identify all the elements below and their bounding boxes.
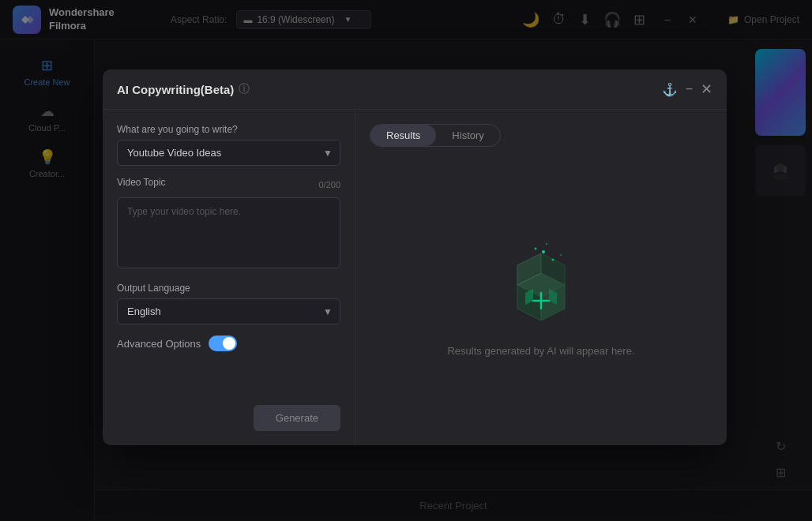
output-language-field: Output Language English ▼ [117, 283, 340, 324]
generate-btn-area: Generate [117, 405, 340, 431]
video-topic-label: Video Topic [117, 177, 166, 188]
ai-copywriting-dialog: AI Copywriting(Beta) ⓘ ⚓ − ✕ What are yo… [103, 69, 727, 445]
info-icon[interactable]: ⓘ [239, 82, 250, 96]
dialog-close-button[interactable]: ✕ [701, 81, 712, 98]
dialog-tabs: Results History [370, 124, 501, 147]
svg-point-11 [546, 243, 547, 245]
writing-type-label: What are you going to write? [117, 124, 340, 135]
dialog-right-panel: Results History [355, 110, 727, 445]
svg-point-8 [552, 258, 554, 260]
advanced-options-row: Advanced Options [117, 335, 340, 351]
writing-type-select-wrapper: Youtube Video Ideas ▼ [117, 140, 340, 166]
dialog-header: AI Copywriting(Beta) ⓘ ⚓ − ✕ [103, 69, 727, 110]
output-language-select[interactable]: English [117, 298, 340, 324]
app-background: Wondershare Filmora Aspect Ratio: ▬ 16:9… [0, 0, 812, 521]
dialog-title: AI Copywriting(Beta) [117, 83, 234, 96]
video-topic-textarea[interactable] [117, 197, 340, 268]
svg-point-10 [560, 254, 562, 256]
generate-button[interactable]: Generate [254, 405, 340, 431]
svg-point-7 [542, 250, 545, 253]
video-topic-field: Video Topic 0/200 [117, 177, 340, 272]
tab-results[interactable]: Results [370, 125, 436, 146]
pin-icon[interactable]: ⚓ [662, 82, 678, 97]
dialog-results-area: Results generated by AI will appear here… [370, 163, 712, 431]
tab-history[interactable]: History [436, 125, 499, 146]
video-topic-label-row: Video Topic 0/200 [117, 177, 340, 193]
dialog-header-controls: ⚓ − ✕ [662, 81, 712, 98]
writing-type-field: What are you going to write? Youtube Vid… [117, 124, 340, 166]
results-placeholder-text: Results generated by AI will appear here… [447, 345, 634, 357]
advanced-options-label: Advanced Options [117, 338, 201, 350]
advanced-options-toggle[interactable] [209, 335, 237, 351]
output-language-label: Output Language [117, 283, 340, 294]
char-count: 0/200 [318, 180, 340, 189]
dialog-minimize-button[interactable]: − [686, 82, 693, 96]
output-language-select-wrapper: English ▼ [117, 298, 340, 324]
ai-illustration [490, 238, 592, 332]
dialog-left-panel: What are you going to write? Youtube Vid… [103, 110, 355, 445]
writing-type-select[interactable]: Youtube Video Ideas [117, 140, 340, 166]
dialog-body: What are you going to write? Youtube Vid… [103, 110, 727, 445]
svg-point-9 [535, 247, 537, 249]
toggle-knob [223, 337, 235, 350]
